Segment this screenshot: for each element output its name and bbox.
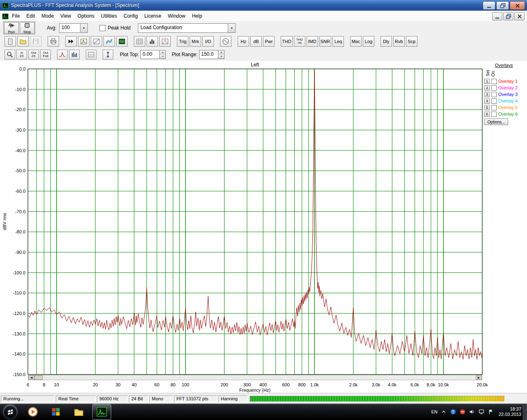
new-file-button[interactable] [5, 36, 16, 47]
menu-edit[interactable]: Edit [23, 11, 38, 21]
phase-view-button[interactable] [91, 36, 102, 47]
overlay-5-set-button[interactable]: 5 [484, 105, 490, 110]
overlay-5-on-checkbox[interactable] [491, 105, 497, 110]
snr-button[interactable]: SNR [319, 36, 331, 47]
menu-help[interactable]: Help [189, 11, 206, 21]
db-units-button[interactable]: dB [250, 36, 262, 47]
thd-button[interactable]: THD [281, 36, 293, 47]
mdi-restore-button[interactable] [503, 12, 513, 21]
menu-file[interactable]: File [9, 11, 23, 21]
overlay-3-on-checkbox[interactable] [491, 92, 497, 97]
mdi-minimize-button[interactable] [492, 12, 502, 21]
overlay-1-on-checkbox[interactable] [491, 79, 497, 84]
chevron-up-icon[interactable] [440, 409, 447, 415]
load-configuration-combobox[interactable]: Load Configuration ▼ [138, 23, 236, 33]
plot-scrollbar[interactable]: ◀ ▶ [28, 375, 482, 380]
axis-range-button[interactable] [103, 50, 113, 59]
zoom-out-2x-button[interactable]: Out2X [28, 50, 39, 59]
peak-curve-button[interactable] [57, 50, 68, 59]
menu-mode[interactable]: Mode [38, 11, 57, 21]
spin-down-icon[interactable]: ▼ [218, 55, 224, 59]
scope-button[interactable]: Scp [406, 36, 417, 47]
hz-units-button[interactable]: Hz [238, 36, 249, 47]
menu-utilities[interactable]: Utilities [98, 11, 120, 21]
scroll-right-button[interactable]: ▶ [476, 375, 482, 380]
mdi-close-button[interactable] [514, 12, 525, 21]
menu-license[interactable]: License [141, 11, 165, 21]
action-center-icon[interactable] [488, 409, 494, 415]
marker-button[interactable]: Mrk [190, 36, 201, 47]
language-indicator[interactable]: EN [431, 409, 438, 414]
stop-button[interactable]: Stop [20, 22, 34, 34]
open-file-button[interactable] [17, 36, 29, 47]
logging-button[interactable]: Log [363, 36, 374, 47]
fast-forward-button[interactable] [65, 36, 77, 47]
menu-options[interactable]: Options [74, 11, 98, 21]
delay-button[interactable]: Dly [380, 36, 392, 47]
minimize-button[interactable] [483, 1, 495, 10]
spin-down-icon[interactable]: ▼ [160, 55, 165, 59]
chevron-down-icon[interactable]: ▼ [80, 24, 87, 32]
spin-up-icon[interactable]: ▲ [160, 50, 165, 55]
plot-area[interactable] [28, 69, 482, 374]
menu-window[interactable]: Window [165, 11, 189, 21]
network-icon[interactable] [478, 409, 485, 415]
zoom-in-2x-button[interactable]: In2X [16, 50, 27, 59]
taskbar-spectraplus-button[interactable] [92, 404, 111, 420]
alert-icon[interactable] [459, 409, 466, 415]
scroll-left-button[interactable]: ◀ [28, 375, 34, 380]
save-file-button[interactable] [30, 36, 41, 47]
peak-hold-checkbox[interactable] [99, 25, 105, 31]
overlays-title[interactable]: Overlays [495, 63, 513, 68]
overlay-3-set-button[interactable]: 3 [484, 92, 490, 97]
restore-button[interactable] [496, 1, 509, 10]
show-desktop-button[interactable] [523, 404, 527, 420]
thd-n-button[interactable]: THD+N [294, 36, 305, 47]
chevron-down-icon[interactable]: ▼ [228, 24, 235, 32]
scroll-thumb[interactable] [34, 375, 43, 380]
overlay-6-set-button[interactable]: 6 [484, 112, 490, 117]
io-device-button[interactable]: I/O [202, 36, 214, 47]
overlay-4-set-button[interactable]: 4 [484, 98, 490, 104]
close-button[interactable] [510, 1, 525, 10]
macro-button[interactable]: Mac [350, 36, 362, 47]
imd-button[interactable]: IMD [307, 36, 318, 47]
run-button[interactable]: Run [4, 22, 19, 34]
volume-icon[interactable] [469, 409, 475, 415]
digits-view-button[interactable] [134, 36, 145, 47]
taskbar-media-player-button[interactable] [23, 404, 42, 420]
plot-top-spinner[interactable]: 0.00 ▲▼ [140, 50, 166, 59]
scroll-track[interactable] [43, 375, 476, 380]
zoom-tool-button[interactable] [5, 50, 15, 59]
overlay-1-set-button[interactable]: 1 [484, 79, 490, 84]
trigger-button[interactable]: Trig [177, 36, 188, 47]
overlay-2-on-checkbox[interactable] [491, 85, 497, 91]
plot-range-spinner[interactable]: 150.0 ▲▼ [199, 50, 225, 59]
leq-button[interactable]: Leq [332, 36, 344, 47]
spin-up-icon[interactable]: ▲ [218, 50, 224, 55]
bar-display-button[interactable] [69, 50, 80, 59]
overlay-4-on-checkbox[interactable] [491, 98, 497, 104]
menu-view[interactable]: View [57, 11, 74, 21]
update-icon[interactable] [450, 409, 456, 415]
menu-config[interactable]: Config [120, 11, 141, 21]
zoom-out-full-button[interactable]: OutFull [40, 50, 51, 59]
taskbar-explorer-button[interactable] [69, 404, 88, 420]
avg-combobox[interactable]: 100 ▼ [59, 23, 88, 33]
reverb-button[interactable]: Rvb [393, 36, 405, 47]
power-units-button[interactable]: Pwr [263, 36, 275, 47]
overlay-options-button[interactable]: Options... [484, 119, 508, 125]
spectrum-view-button[interactable] [78, 36, 89, 47]
overlay-2-set-button[interactable]: 2 [484, 85, 490, 91]
signal-generator-button[interactable] [220, 36, 231, 47]
surface-view-button[interactable] [103, 36, 115, 47]
taskbar-media-app-button[interactable] [46, 404, 65, 420]
print-button[interactable] [48, 36, 59, 47]
start-button[interactable] [3, 405, 17, 419]
clock[interactable]: 18:37 22.03.2013 [499, 406, 521, 417]
histogram-view-button[interactable] [147, 36, 158, 47]
spectrogram-view-button[interactable] [116, 36, 128, 47]
list-display-button[interactable] [86, 50, 96, 59]
overlay-6-on-checkbox[interactable] [491, 112, 497, 117]
distribution-view-button[interactable] [159, 36, 171, 47]
